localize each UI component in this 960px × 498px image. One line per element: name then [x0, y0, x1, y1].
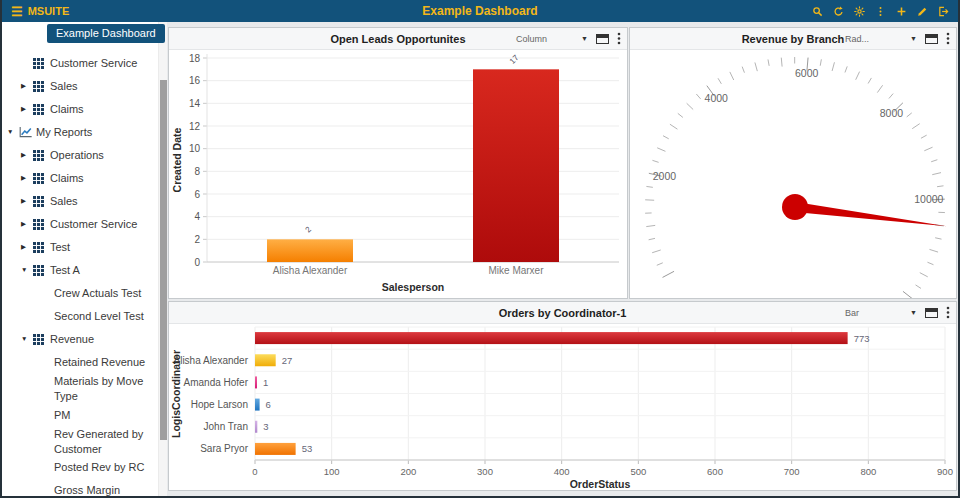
sidebar-item[interactable]: ▶Operations [2, 144, 157, 167]
sidebar-item[interactable]: ▶Customer Service [2, 213, 157, 236]
hbar[interactable] [255, 354, 276, 366]
sidebar-item-label[interactable]: My Reports [36, 125, 96, 140]
selected-dashboard-tab[interactable]: Example Dashboard [47, 24, 165, 43]
add-icon[interactable] [896, 6, 907, 17]
sidebar-item-label[interactable]: Sales [50, 194, 82, 209]
caret-right-icon[interactable]: ▶ [21, 105, 33, 114]
kebab-menu-icon[interactable] [946, 306, 950, 319]
x-tick-label: 0 [252, 466, 257, 477]
sidebar-item-label[interactable]: Rev Generated by Customer [54, 427, 157, 457]
panel-orders-by-coordinator: Orders by Coordinator-1 Bar ▼ 0100200300… [168, 301, 957, 491]
hbar[interactable] [255, 399, 260, 411]
edit-icon[interactable] [917, 6, 928, 17]
refresh-icon[interactable] [833, 6, 844, 17]
maximize-icon[interactable] [596, 34, 609, 44]
sidebar-item-label[interactable]: Test A [50, 263, 84, 278]
content-area: Example Dashboard Customer Service▶Sales… [2, 22, 958, 496]
sidebar-item-label[interactable]: Retained Revenue [54, 355, 149, 370]
column-bar[interactable] [473, 69, 559, 262]
sidebar-item[interactable]: Gross Margin [2, 479, 157, 496]
chart-type-select[interactable]: Rad... ▼ [845, 34, 917, 44]
caret-right-icon[interactable]: ▶ [21, 220, 33, 229]
grid-icon [33, 219, 50, 230]
sidebar-item-label[interactable]: Operations [50, 148, 108, 163]
gauge-tick [718, 78, 721, 84]
app-menu-brand[interactable]: ☰ MSUITE [11, 5, 69, 18]
caret-right-icon[interactable]: ▶ [21, 174, 33, 183]
grid-icon [33, 58, 50, 69]
sidebar-item[interactable]: Retained Revenue [2, 351, 157, 374]
gauge-tick [781, 58, 782, 67]
sidebar-item[interactable]: ▶Sales [2, 190, 157, 213]
sidebar-item[interactable]: ▼Test A [2, 259, 157, 282]
bar-value-label: 17 [508, 53, 521, 66]
sidebar-item[interactable]: ▶Test [2, 236, 157, 259]
sidebar-item-label[interactable]: Crew Actuals Test [54, 286, 145, 301]
more-icon[interactable] [875, 6, 886, 17]
sidebar-item-label[interactable]: Customer Service [50, 217, 141, 232]
sidebar-item-label[interactable]: Materials by Move Type [54, 374, 157, 404]
sidebar-item-label[interactable]: Customer Service [50, 56, 141, 71]
app-window: ☰ MSUITE Example Dashboard Example Dashb… [0, 0, 960, 498]
column-bar[interactable] [267, 239, 353, 262]
sidebar-item[interactable]: ▼My Reports [2, 121, 157, 144]
sidebar-scrollbar[interactable] [158, 22, 167, 496]
sidebar-item-label[interactable]: Gross Margin [54, 483, 124, 496]
sidebar-item[interactable]: Rev Generated by Customer [2, 427, 157, 457]
sidebar-item-label[interactable]: Sales [50, 79, 82, 94]
maximize-icon[interactable] [925, 34, 938, 44]
hamburger-menu-icon[interactable]: ☰ [11, 5, 23, 18]
sidebar-item[interactable]: Customer Service [2, 52, 157, 75]
caret-right-icon[interactable]: ▶ [21, 197, 33, 206]
search-icon[interactable] [812, 6, 823, 17]
sidebar-scrollbar-thumb[interactable] [160, 80, 167, 440]
caret-right-icon[interactable]: ▶ [21, 151, 33, 160]
hbar[interactable] [255, 376, 257, 388]
sidebar-item[interactable]: Posted Rev by RC [2, 456, 157, 479]
sidebar-item-label[interactable]: Claims [50, 102, 88, 117]
chevron-down-icon: ▼ [910, 35, 917, 42]
caret-down-icon[interactable]: ▼ [7, 128, 19, 137]
kebab-menu-icon[interactable] [617, 32, 621, 45]
gauge-tick-label: 2000 [653, 170, 677, 182]
sidebar-item[interactable]: Second Level Test [2, 305, 157, 328]
sidebar-item[interactable]: ▶Claims [2, 167, 157, 190]
maximize-icon[interactable] [925, 308, 938, 318]
caret-right-icon[interactable]: ▶ [21, 243, 33, 252]
chart-type-select[interactable]: Bar ▼ [845, 308, 917, 318]
logout-icon[interactable] [938, 6, 949, 17]
caret-right-icon[interactable]: ▶ [21, 82, 33, 91]
settings-icon[interactable] [854, 6, 865, 17]
gauge-tick [768, 59, 769, 65]
gauge-tick [678, 113, 683, 117]
x-tick-label: 700 [784, 466, 800, 477]
sidebar-item[interactable]: ▶Claims [2, 98, 157, 121]
hbar[interactable] [255, 421, 257, 433]
sidebar-item[interactable]: Materials by Move Type [2, 374, 157, 404]
sidebar-item[interactable]: PM [2, 404, 157, 427]
x-axis-title: OrderStatus [570, 478, 631, 490]
caret-down-icon[interactable]: ▼ [21, 266, 33, 275]
x-category-label: Alisha Alexander [273, 265, 348, 276]
gauge-tick-label: 10000 [914, 193, 943, 205]
y-tick-label: 8 [194, 166, 200, 177]
sidebar-item-label[interactable]: Test [50, 240, 74, 255]
caret-down-icon[interactable]: ▼ [21, 335, 33, 344]
sidebar-item-label[interactable]: Second Level Test [54, 309, 148, 324]
hbar[interactable] [255, 443, 296, 455]
sidebar-item-label[interactable]: Posted Rev by RC [54, 460, 148, 475]
chart-type-value: Column [516, 34, 547, 44]
gauge-tick [845, 66, 847, 72]
sidebar-item[interactable]: ▶Sales [2, 75, 157, 98]
hbar[interactable] [255, 332, 848, 344]
kebab-menu-icon[interactable] [946, 32, 950, 45]
gauge-tick [927, 262, 933, 265]
sidebar-item[interactable]: Crew Actuals Test [2, 282, 157, 305]
grid-icon [33, 334, 50, 345]
gauge-tick [657, 148, 665, 152]
sidebar-item-label[interactable]: PM [54, 408, 75, 423]
sidebar-item-label[interactable]: Claims [50, 171, 88, 186]
chart-type-select[interactable]: Column ▼ [516, 34, 588, 44]
sidebar-item[interactable]: ▼Revenue [2, 328, 157, 351]
sidebar-item-label[interactable]: Revenue [50, 332, 98, 347]
